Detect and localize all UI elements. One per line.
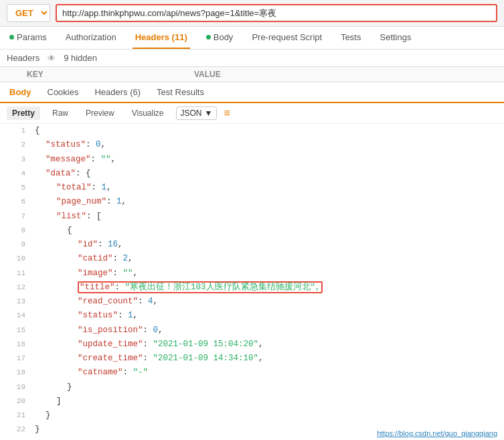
body-dot [206,35,211,40]
json-line-12: 12 "title": "寒夜出征！浙江103人医疗队紧急集结驰援河北", [0,281,504,295]
tab-authorization-label: Authorization [66,32,116,42]
tab-prerequest-label: Pre-request Script [252,32,322,42]
tab-body-label: Body [214,32,234,42]
headers-label: Headers [7,53,39,63]
json-format-label: JSON [181,108,202,118]
tab-settings-label: Settings [380,32,411,42]
json-line-4: 4 "data": { [0,167,504,181]
json-line-20: 20 ] [0,394,504,409]
tab-params-label: Params [17,32,47,42]
tab-tests[interactable]: Tests [338,27,363,49]
tab-response-body-label: Body [9,87,31,97]
tab-cookies[interactable]: Cookies [45,82,82,103]
json-line-16: 16 "update_time": "2021-01-09 15:04:20", [0,338,504,352]
fmt-visualize[interactable]: Visualize [127,106,169,120]
json-line-15: 15 "is_position": 0, [0,323,504,338]
json-line-14: 14 "status": 1, [0,309,504,323]
tab-params[interactable]: Params [7,27,50,49]
json-line-9: 9 "id": 16, [0,238,504,252]
title-highlight: "title": "寒夜出征！浙江103人医疗队紧急集结驰援河北", [78,281,323,293]
fmt-pretty[interactable]: Pretty [7,106,40,120]
chevron-down-icon: ▼ [205,108,213,118]
tab-tests-label: Tests [341,32,361,42]
json-line-17: 17 "create_time": "2021-01-09 14:34:10", [0,352,504,366]
json-content: 1 { 2 "status": 0, 3 "message": "", 4 "d… [0,124,504,437]
json-line-7: 7 "list": [ [0,210,504,224]
url-bar: GET [0,0,504,27]
tab-response-headers-label: Headers (6) [94,87,141,97]
eye-icon: 👁 [48,54,56,63]
tab-settings[interactable]: Settings [377,27,414,49]
key-value-header: KEY VALUE [0,67,504,82]
json-line-19: 19 } [0,380,504,394]
json-line-21: 21 } [0,409,504,423]
tab-body[interactable]: Body [203,27,236,49]
fmt-raw[interactable]: Raw [47,106,74,120]
tab-test-results-label: Test Results [157,87,204,97]
url-input[interactable] [56,4,497,22]
wrap-icon[interactable]: ≡ [224,107,230,119]
json-line-6: 6 "page_num": 1, [0,195,504,209]
headers-row: Headers 👁 9 hidden [0,50,504,67]
json-line-2: 2 "status": 0, [0,138,504,152]
json-line-1: 1 { [0,124,504,138]
params-dot [9,35,14,40]
json-line-10: 10 "catid": 2, [0,252,504,266]
tabs-row2: Body Cookies Headers (6) Test Results [0,82,504,103]
fmt-preview[interactable]: Preview [80,106,120,120]
json-format-select[interactable]: JSON ▼ [176,106,218,120]
hidden-count: 9 hidden [64,53,97,63]
tab-prerequest[interactable]: Pre-request Script [249,27,325,49]
json-line-8: 8 { [0,224,504,238]
tab-response-headers[interactable]: Headers (6) [92,82,143,103]
tab-test-results[interactable]: Test Results [154,82,207,103]
tab-cookies-label: Cookies [48,87,79,97]
tabs-row1: Params Authorization Headers (11) Body P… [0,27,504,50]
tab-response-body[interactable]: Body [7,82,34,103]
json-line-5: 5 "total": 1, [0,181,504,195]
key-col-label: KEY [7,70,194,79]
format-bar: Pretty Raw Preview Visualize JSON ▼ ≡ [0,103,504,124]
json-line-3: 3 "message": "", [0,153,504,167]
json-line-11: 11 "image": "", [0,267,504,281]
json-line-18: 18 "catname": "-" [0,366,504,380]
bottom-link[interactable]: https://blog.csdn.net/guo_qiangqiang [370,427,504,437]
tab-headers-label: Headers (11) [135,32,187,42]
method-select[interactable]: GET [7,4,50,22]
tab-authorization[interactable]: Authorization [63,27,119,49]
value-col-label: VALUE [194,70,497,79]
tab-headers[interactable]: Headers (11) [133,27,190,49]
json-line-13: 13 "read_count": 4, [0,295,504,309]
